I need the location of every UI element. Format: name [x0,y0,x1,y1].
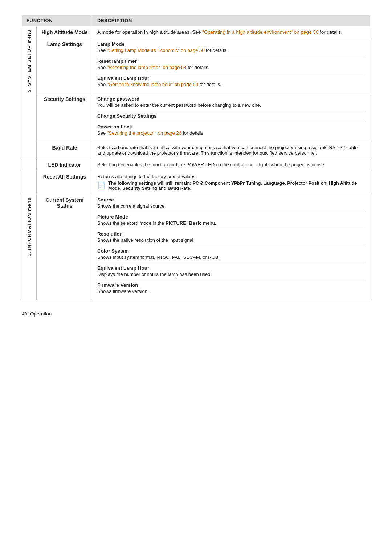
table-row-baud: Baud Rate Selects a baud rate that is id… [22,142,370,159]
resolution-text: Shows the native resolution of the input… [97,237,366,243]
table-row-system-status: 6. INFORMATION menu Current System Statu… [22,194,370,300]
picture-mode-title: Picture Mode [97,214,366,220]
link-securing-projector[interactable]: "Securing the projector" on page 26 [107,130,181,136]
desc-current-system: Source Shows the current signal source. … [93,194,370,300]
link-equiv-lamp[interactable]: "Getting to know the lamp hour" on page … [107,82,198,87]
equiv-lamp-hour-title: Equivalent Lamp Hour [97,76,366,81]
desc-led-indicator: Selecting On enables the function and th… [93,159,370,171]
table-row-reset: Reset All Settings Returns all settings … [22,171,370,194]
desc-reset-all: Returns all settings to the factory pres… [93,171,370,194]
resolution-title: Resolution [97,231,366,237]
function-reset-all: Reset All Settings [37,171,93,194]
note-icon: 📄 [97,181,105,189]
source-title: Source [97,197,366,203]
function-baud-rate: Baud Rate [37,142,93,159]
equiv-lamp-hour-text: See "Getting to know the lamp hour" on p… [97,82,366,87]
table-row-lamp: Lamp Settings Lamp Mode See "Setting Lam… [22,38,370,93]
change-password-text: You will be asked to enter the current p… [97,102,366,108]
table-row: 5. SYSTEM SETUP menu High Altitude Mode … [22,26,370,38]
function-high-altitude: High Altitude Mode [37,26,93,38]
desc-lamp-settings: Lamp Mode See "Setting Lamp Mode as Econ… [93,38,370,93]
table-row-security: Security Settings Change password You wi… [22,93,370,142]
page-footer: 48 Operation [22,311,370,317]
desc-text: A mode for operation in high altitude ar… [97,29,202,35]
power-on-lock-title: Power on Lock [97,124,366,130]
desc-security-settings: Change password You will be asked to ent… [93,93,370,142]
note-box-reset: 📄 The following settings will still rema… [97,181,366,191]
note-text-reset: The following settings will still remain… [108,181,366,191]
firmware-version-text: Shows firmware version. [97,289,366,294]
equiv-lamp-hour-2-title: Equivalent Lamp Hour [97,265,366,271]
link-lamp-mode[interactable]: "Setting Lamp Mode as Economic" on page … [107,48,205,53]
firmware-version-title: Firmware Version [97,282,366,288]
link-high-altitude[interactable]: "Operating in a high altitude environmen… [202,29,318,35]
power-on-lock-text: See "Securing the projector" on page 26 … [97,130,366,136]
picture-mode-text: Shows the selected mode in the PICTURE: … [97,220,366,226]
sidebar-empty-reset [22,171,37,194]
lamp-mode-text: See "Setting Lamp Mode as Economic" on p… [97,48,366,53]
reset-lamp-text: See "Resetting the lamp timer" on page 5… [97,65,366,70]
sidebar-empty-led [22,159,37,171]
equiv-lamp-hour-2-text: Displays the number of hours the lamp ha… [97,272,366,277]
function-security-settings: Security Settings [37,93,93,142]
sidebar-system-setup: 5. SYSTEM SETUP menu [22,26,37,159]
color-system-text: Shows input system format, NTSC, PAL, SE… [97,254,366,260]
sidebar-label-system-setup: 5. SYSTEM SETUP menu [26,29,32,93]
change-password-title: Change password [97,96,366,102]
sidebar-label-information: 6. INFORMATION menu [26,197,32,256]
link-reset-lamp[interactable]: "Resetting the lamp timer" on page 54 [107,65,187,70]
reset-lamp-title: Reset lamp timer [97,58,366,64]
table-row-led: LED Indicator Selecting On enables the f… [22,159,370,171]
baud-rate-text: Selects a baud rate that is identical wi… [97,145,358,156]
footer-label: Operation [30,311,52,317]
page-number: 48 [22,311,27,317]
source-text: Shows the current signal source. [97,203,366,209]
color-system-title: Color System [97,248,366,254]
lamp-mode-title: Lamp Mode [97,41,366,47]
function-lamp-settings: Lamp Settings [37,38,93,93]
desc-high-altitude: A mode for operation in high altitude ar… [93,26,370,38]
description-header: DESCRIPTION [93,15,370,26]
reset-all-text: Returns all settings to the factory pres… [97,174,366,179]
desc-text-after: for details. [318,29,342,35]
change-security-title: Change Security Settings [97,113,366,119]
led-indicator-text: Selecting On enables the function and th… [97,162,326,167]
sidebar-information: 6. INFORMATION menu [22,194,37,300]
function-header: FUNCTION [22,15,93,26]
main-table: FUNCTION DESCRIPTION 5. SYSTEM SETUP men… [22,15,370,300]
function-current-system: Current System Status [37,194,93,300]
desc-baud-rate: Selects a baud rate that is identical wi… [93,142,370,159]
function-led-indicator: LED Indicator [37,159,93,171]
